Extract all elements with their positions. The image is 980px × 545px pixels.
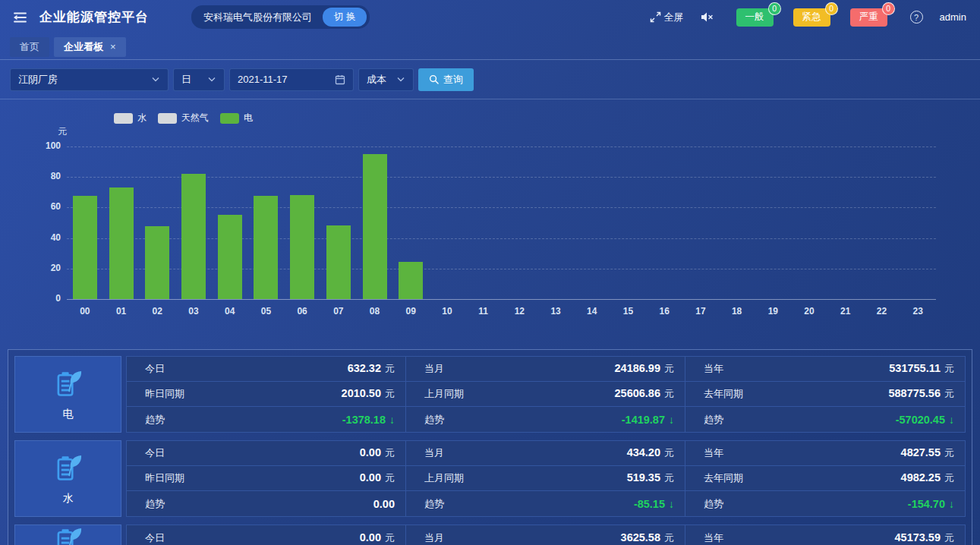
cell-value-group: 24186.99元 (615, 362, 674, 376)
table-cell: 当月434.20元 (406, 441, 685, 466)
tab[interactable]: 企业看板× (54, 37, 126, 57)
bar-04[interactable] (218, 215, 242, 299)
x-axis-tick: 07 (320, 306, 357, 317)
cell-unit: 元 (385, 471, 395, 485)
cell-unit: 元 (385, 446, 395, 460)
bar-02[interactable] (145, 226, 169, 299)
cell-value: 0.00 (360, 531, 381, 543)
x-axis-tick: 03 (175, 306, 212, 317)
bar-03[interactable] (181, 174, 206, 299)
energy-card-icon-box[interactable]: 电 (14, 356, 121, 433)
x-axis-tick: 11 (465, 306, 502, 317)
alarm-count-badge: 0 (882, 2, 895, 15)
table-cell: 今日0.00元 (127, 525, 406, 545)
cell-unit: 元 (944, 531, 954, 545)
metric-select[interactable]: 成本 (358, 68, 414, 91)
x-axis-tick: 06 (284, 306, 320, 317)
company-switcher: 安科瑞电气股份有限公司 切 换 (191, 5, 370, 29)
filter-bar: 江阴厂房 日 2021-11-17 成本 查询 (0, 60, 980, 99)
bar-07[interactable] (326, 225, 351, 299)
alarm-button[interactable]: 严重0 (850, 8, 887, 27)
x-axis-tick: 23 (900, 306, 936, 317)
legend-item[interactable]: 水 (114, 112, 147, 124)
cell-label: 当月 (424, 362, 444, 376)
fullscreen-button[interactable]: 全屏 (650, 11, 684, 24)
bar-01[interactable] (109, 187, 134, 299)
help-icon[interactable]: ? (910, 11, 923, 24)
energy-card: 电今日632.32元当月24186.99元当年531755.11元昨日同期201… (14, 356, 966, 433)
cell-unit: 元 (664, 446, 674, 460)
cell-value: -154.70 (908, 498, 945, 510)
cell-label: 上月同期 (424, 387, 464, 401)
legend-item[interactable]: 天然气 (158, 112, 209, 124)
gridline (67, 146, 936, 147)
tab[interactable]: 首页 (10, 37, 49, 57)
chart-legend: 水天然气电 (114, 112, 253, 124)
cell-label: 当年 (704, 362, 723, 376)
query-button[interactable]: 查询 (418, 68, 474, 91)
legend-label: 电 (244, 112, 253, 124)
tab-label: 首页 (20, 40, 39, 54)
date-picker-value: 2021-11-17 (238, 74, 288, 85)
date-picker[interactable]: 2021-11-17 (229, 68, 354, 91)
cell-label: 昨日同期 (145, 387, 184, 401)
cell-value-group: 0.00元 (360, 446, 395, 460)
alarm-button[interactable]: 紧急0 (793, 8, 830, 27)
site-select[interactable]: 江阴厂房 (10, 68, 169, 91)
period-select[interactable]: 日 (173, 68, 225, 91)
cell-unit: 元 (664, 531, 674, 545)
tab-close-icon[interactable]: × (110, 41, 116, 52)
cell-value: 4982.25 (901, 471, 941, 484)
energy-card-icon-box[interactable] (14, 525, 121, 545)
cell-unit: 元 (385, 531, 395, 545)
table-cell: 去年同期4982.25元 (685, 466, 965, 491)
alarm-button[interactable]: 一般0 (736, 8, 774, 27)
cell-unit: 元 (385, 362, 395, 376)
bar-05[interactable] (254, 196, 278, 299)
period-select-value: 日 (181, 73, 191, 87)
cell-value-group: 531755.11元 (889, 362, 954, 376)
x-axis-tick: 22 (864, 306, 900, 317)
page-title: 企业能源管控平台 (39, 8, 149, 26)
username: admin (940, 11, 966, 23)
table-cell: 上月同期519.35元 (406, 466, 685, 491)
cell-value: 588775.56 (888, 387, 941, 399)
energy-card-icon-box[interactable]: 水 (14, 440, 121, 517)
bar-08[interactable] (363, 154, 387, 299)
alarm-count-badge: 0 (768, 2, 781, 15)
cell-value-group: -1378.18↓ (342, 414, 395, 426)
bar-06[interactable] (290, 195, 314, 299)
cell-value-group: 3625.58元 (621, 531, 674, 545)
cell-unit: 元 (385, 387, 395, 401)
bar-00[interactable] (73, 196, 97, 299)
table-cell: 趋势-1419.87↓ (406, 407, 685, 432)
table-cell: 当月3625.58元 (406, 525, 685, 545)
legend-item[interactable]: 电 (220, 112, 253, 124)
table-cell: 当年531755.11元 (685, 357, 965, 382)
energy-card-label: 电 (63, 408, 74, 421)
header-right: 全屏 一般0紧急0严重0 ? admin (650, 8, 966, 27)
legend-swatch (158, 113, 177, 124)
table-cell: 今日632.32元 (127, 357, 406, 382)
x-axis-tick: 20 (791, 306, 827, 317)
table-cell: 当年4827.55元 (685, 441, 965, 466)
cell-label: 趋势 (145, 413, 165, 427)
alarm-buttons: 一般0紧急0严重0 (736, 8, 887, 27)
cell-value-group: 434.20元 (627, 446, 674, 460)
cell-value: 531755.11 (889, 362, 941, 374)
y-axis-tick: 100 (27, 140, 61, 151)
legend-swatch (114, 113, 133, 124)
table-cell: 趋势-85.15↓ (406, 491, 685, 516)
x-axis-tick: 09 (392, 306, 429, 317)
table-cell: 昨日同期2010.50元 (127, 382, 406, 407)
mute-button[interactable] (701, 11, 714, 23)
collapse-menu-icon[interactable] (11, 8, 29, 27)
bar-09[interactable] (399, 262, 423, 299)
y-axis-unit-label: 元 (49, 125, 67, 138)
x-axis-tick: 19 (755, 306, 791, 317)
switch-company-button[interactable]: 切 换 (323, 8, 367, 27)
search-icon (429, 74, 439, 84)
cell-label: 趋势 (704, 413, 723, 427)
energy-card: 水今日0.00元当月434.20元当年4827.55元昨日同期0.00元上月同期… (14, 440, 966, 517)
legend-swatch (220, 113, 239, 124)
